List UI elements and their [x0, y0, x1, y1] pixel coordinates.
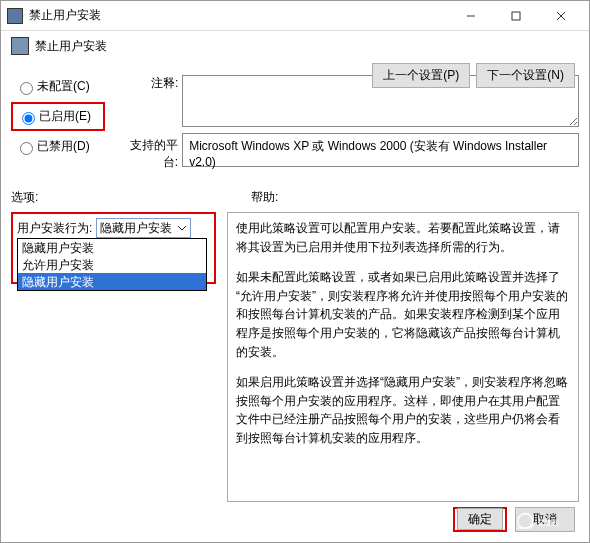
- svg-text:亿速云: 亿速云: [537, 519, 559, 527]
- behavior-dropdown: 隐藏用户安装 允许用户安装 隐藏用户安装: [17, 238, 207, 291]
- help-text: 使用此策略设置可以配置用户安装。若要配置此策略设置，请将其设置为已启用并使用下拉…: [227, 212, 579, 502]
- help-p2: 如果未配置此策略设置，或者如果已启用此策略设置并选择了“允许用户安装”，则安装程…: [236, 268, 570, 361]
- radio-disabled-input[interactable]: [20, 142, 33, 155]
- minimize-button[interactable]: [448, 1, 493, 30]
- radio-not-configured-label: 未配置(C): [37, 78, 90, 95]
- enabled-highlight: 已启用(E): [11, 102, 105, 131]
- maximize-button[interactable]: [493, 1, 538, 30]
- chevron-down-icon: [176, 222, 188, 234]
- ok-highlight: 确定: [453, 507, 507, 532]
- radio-enabled-label: 已启用(E): [39, 108, 91, 125]
- ok-button[interactable]: 确定: [457, 508, 503, 530]
- behavior-combo-value: 隐藏用户安装: [100, 220, 172, 237]
- help-p1: 使用此策略设置可以配置用户安装。若要配置此策略设置，请将其设置为已启用并使用下拉…: [236, 219, 570, 256]
- close-button[interactable]: [538, 1, 583, 30]
- dropdown-header: 隐藏用户安装: [18, 239, 206, 256]
- dropdown-item-hide[interactable]: 隐藏用户安装: [18, 273, 206, 290]
- radio-enabled-input[interactable]: [22, 112, 35, 125]
- supported-label: 支持的平台:: [129, 133, 182, 171]
- app-icon: [7, 8, 23, 24]
- help-p3: 如果启用此策略设置并选择“隐藏用户安装”，则安装程序将忽略按照每个用户安装的应用…: [236, 373, 570, 447]
- behavior-combo[interactable]: 隐藏用户安装: [96, 218, 191, 238]
- comment-label: 注释:: [129, 75, 182, 133]
- window-title: 禁止用户安装: [29, 7, 448, 24]
- watermark: 亿速云: [515, 507, 583, 538]
- dropdown-item-allow[interactable]: 允许用户安装: [18, 256, 206, 273]
- titlebar: 禁止用户安装: [1, 1, 589, 31]
- radio-not-configured[interactable]: 未配置(C): [15, 78, 121, 95]
- policy-icon: [11, 37, 29, 55]
- radio-enabled[interactable]: 已启用(E): [17, 108, 91, 125]
- radio-disabled[interactable]: 已禁用(D): [15, 138, 121, 155]
- prev-setting-button[interactable]: 上一个设置(P): [372, 63, 470, 88]
- svg-rect-1: [512, 12, 520, 20]
- policy-title: 禁止用户安装: [35, 38, 107, 55]
- next-setting-button[interactable]: 下一个设置(N): [476, 63, 575, 88]
- svg-point-4: [518, 514, 533, 529]
- help-label: 帮助:: [121, 189, 579, 206]
- gpo-dialog: 禁止用户安装 禁止用户安装 上一个设置(P) 下一个设置(N): [0, 0, 590, 543]
- supported-text: Microsoft Windows XP 或 Windows 2000 (安装有…: [182, 133, 579, 167]
- options-label: 选项:: [11, 189, 121, 206]
- behavior-label: 用户安装行为:: [17, 221, 92, 235]
- radio-not-configured-input[interactable]: [20, 82, 33, 95]
- options-highlight: 用户安装行为: 隐藏用户安装 隐藏用户安装 允许用户安装 隐藏用户安装: [11, 212, 216, 284]
- radio-disabled-label: 已禁用(D): [37, 138, 90, 155]
